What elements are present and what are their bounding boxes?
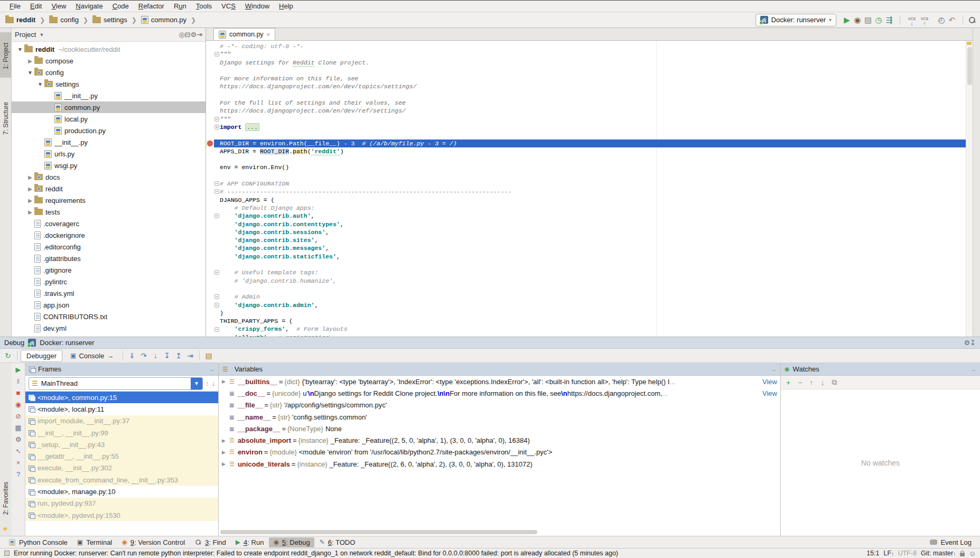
tab-9-version-control[interactable]: ◉9: Version Control	[117, 537, 189, 547]
fold-marker-icon[interactable]: −	[214, 189, 219, 194]
view-link[interactable]: View	[760, 389, 777, 397]
menu-item-tools[interactable]: Tools	[192, 1, 216, 11]
stack-frame-row[interactable]: import_module, __init__.py:37	[25, 415, 218, 427]
run-icon[interactable]: ▶	[842, 15, 852, 25]
previous-frame-icon[interactable]: ↑	[206, 379, 209, 387]
fold-marker-icon[interactable]: −	[214, 52, 219, 57]
tab-3-find[interactable]: 3: Find	[190, 537, 230, 547]
coverage-icon[interactable]: ▨	[863, 15, 873, 25]
debug-icon[interactable]: ◉	[852, 15, 863, 25]
resume-icon[interactable]: ▶	[16, 366, 21, 373]
breakpoint-icon[interactable]	[207, 141, 213, 146]
float-icon[interactable]: →	[771, 366, 777, 373]
menu-item-code[interactable]: Code	[108, 1, 133, 11]
variable-row[interactable]: ▦__file__={str}'/app/config/settings/com…	[219, 399, 780, 411]
tree-toggle-icon[interactable]: ▼	[36, 81, 44, 87]
tree-toggle-icon[interactable]: ▶	[26, 209, 34, 215]
tree-item-devyml[interactable]: dev.yml	[12, 322, 206, 334]
sidebar-tab-project[interactable]: 1: Project	[0, 32, 12, 78]
thread-selector[interactable]: ☰ MainThread ▼	[29, 377, 203, 390]
tab-debugger[interactable]: Debugger	[21, 350, 62, 362]
fold-marker-icon[interactable]: −	[214, 327, 219, 332]
menu-item-help[interactable]: Help	[275, 1, 297, 11]
fold-marker-icon[interactable]: −	[214, 270, 219, 275]
editor-scrollbar[interactable]	[966, 41, 973, 337]
variable-row[interactable]: ▶☰__builtins__={dict}{'bytearray': <type…	[219, 376, 780, 387]
variable-row[interactable]: ▶☰unicode_literals={instance}_Feature: _…	[219, 458, 780, 470]
settings-icon[interactable]: ⚙	[964, 339, 970, 347]
tree-item-CONTRIBUTORStxt[interactable]: CONTRIBUTORS.txt	[12, 311, 206, 322]
run-with-settings-icon[interactable]: ⇶	[884, 15, 894, 25]
tree-item-coveragerc[interactable]: .coveragerc	[12, 218, 206, 229]
hide-icon[interactable]: ↧	[970, 339, 976, 347]
expand-toggle-icon[interactable]: ▶	[222, 438, 229, 443]
move-down-icon[interactable]: ↓	[820, 378, 824, 387]
hector-inspections-icon[interactable]: ☺	[969, 550, 976, 557]
float-icon[interactable]: →	[209, 366, 214, 373]
help-icon[interactable]: ?	[16, 471, 20, 478]
menu-item-refactor[interactable]: Refactor	[134, 1, 169, 11]
run-configuration-select[interactable]: dj Docker: runserver ▾	[755, 14, 836, 26]
stack-frame-row[interactable]: <module>, local.py:11	[25, 403, 218, 415]
tree-item-reddit[interactable]: ▶reddit	[12, 183, 206, 194]
fold-marker-icon[interactable]: +	[214, 125, 219, 129]
stack-frame-row[interactable]: __init__, __init__.py:99	[25, 427, 218, 439]
lock-icon[interactable]	[960, 553, 965, 556]
variable-row[interactable]: ▦__doc__={unicode}u'\nDjango settings fo…	[219, 387, 780, 399]
settings-icon[interactable]: ⚙	[190, 31, 197, 39]
tree-item-dockerignore[interactable]: .dockerignore	[12, 229, 206, 241]
move-up-icon[interactable]: ↑	[809, 378, 813, 387]
stack-frame-row[interactable]: <module>, manage.py:10	[25, 486, 218, 497]
tree-toggle-icon[interactable]: ▶	[26, 58, 34, 64]
tree-item-__init__py[interactable]: __init__.py	[12, 90, 206, 101]
hide-panel-icon[interactable]: ⇥	[197, 31, 202, 39]
mute-breakpoints-icon[interactable]: ⊘	[15, 413, 21, 420]
tree-item-editorconfig[interactable]: .editorconfig	[12, 241, 206, 253]
evaluate-layout-icon[interactable]: ▤	[203, 351, 214, 360]
fold-marker-icon[interactable]: −	[214, 181, 219, 186]
tab-console[interactable]: ▣Console→	[64, 350, 119, 362]
step-into-icon[interactable]: ↓	[150, 351, 161, 360]
menu-item-vcs[interactable]: VCS	[217, 1, 240, 11]
fold-marker-icon[interactable]: −	[214, 303, 219, 308]
tree-toggle-icon[interactable]: ▼	[16, 46, 24, 52]
tree-item-docs[interactable]: ▶docs	[12, 171, 206, 183]
tree-item-tests[interactable]: ▶tests	[12, 206, 206, 218]
expand-toggle-icon[interactable]: ▶	[222, 461, 229, 467]
step-out-icon[interactable]: ↥	[173, 351, 184, 360]
search-everywhere-icon[interactable]	[968, 16, 976, 24]
tree-toggle-icon[interactable]: ▶	[26, 186, 34, 192]
breakpoint-gutter[interactable]	[206, 140, 214, 147]
breadcrumb-item-reddit[interactable]: reddit	[4, 15, 36, 25]
tree-toggle-icon[interactable]: ▼	[26, 70, 34, 76]
tab-6-todo[interactable]: ✎6: TODO	[315, 537, 360, 547]
tree-item-pylintrc[interactable]: .pylintrc	[12, 276, 206, 287]
menu-item-window[interactable]: Window	[241, 1, 274, 11]
pin-icon[interactable]: ➴	[15, 448, 21, 454]
tab-4-run[interactable]: ▶4: Run	[231, 537, 268, 547]
expand-toggle-icon[interactable]: ▶	[222, 450, 229, 455]
code-area[interactable]: # -*- coding: utf-8 -*-−"""Django settin…	[206, 41, 973, 337]
variable-row[interactable]: ▶☰environ={module}<module 'environ' from…	[219, 447, 780, 458]
settings-icon[interactable]: ⚙	[15, 436, 22, 443]
fold-marker-icon[interactable]: −	[214, 117, 219, 122]
tab-5-debug[interactable]: ◉5: Debug	[269, 537, 314, 547]
tree-item-compose[interactable]: ▶compose	[12, 55, 206, 67]
tree-item-settings[interactable]: ▼settings	[12, 78, 206, 90]
tree-item-gitignore[interactable]: .gitignore	[12, 264, 206, 276]
local-history-icon[interactable]: ◴	[936, 15, 947, 25]
stack-frame-row[interactable]: <module>, common.py:15	[25, 392, 218, 403]
line-ending-select[interactable]: LF↕	[884, 550, 894, 557]
variable-row[interactable]: ▶☰absolute_import={instance}_Feature: _F…	[219, 434, 780, 446]
force-step-into-icon[interactable]: ↧	[161, 351, 173, 360]
breadcrumb-item-config[interactable]: config	[48, 15, 80, 25]
tree-item-appjson[interactable]: app.json	[12, 299, 206, 311]
close-icon[interactable]: ×	[267, 31, 270, 38]
git-branch[interactable]: Git: master↕	[921, 550, 956, 557]
caret-position[interactable]: 15:1	[866, 550, 879, 557]
sidebar-tab-favorites[interactable]: 2: Favorites	[0, 473, 12, 521]
stack-frame-row[interactable]: <module>, pydevd.py:1530	[25, 509, 218, 521]
tab-python-console[interactable]: Python Console	[4, 537, 72, 547]
rollback-icon[interactable]: ↶	[947, 15, 957, 25]
horizontal-scrollbar[interactable]	[220, 530, 537, 534]
